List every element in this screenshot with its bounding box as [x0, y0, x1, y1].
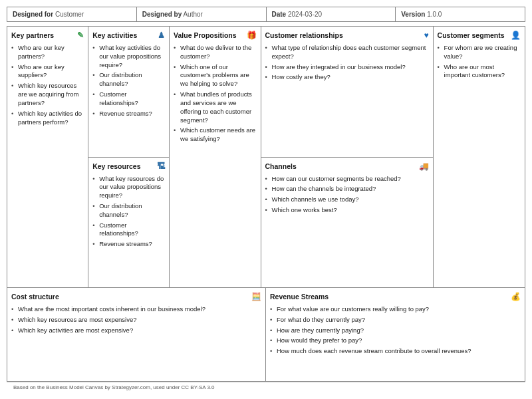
value-propositions-icon: 🎁 [247, 31, 257, 40]
channels-list: How can our customer segments be reached… [265, 175, 429, 215]
designed-by-cell: Designed by Author [137, 7, 267, 21]
list-item: Which one works best? [265, 206, 429, 215]
customer-relationships-title: Customer relationships ♥ [265, 31, 429, 40]
key-resources-section: Key resources 🏗 What key resources do ou… [88, 158, 169, 288]
customer-segments-list: For whom are we creating value? Who are … [438, 44, 521, 80]
list-item: How much does each revenue stream contri… [270, 347, 521, 356]
list-item: Which key activities are most expensive? [11, 327, 261, 335]
list-item: Our distribution channels? [92, 71, 165, 88]
value-propositions-section: Value Propositions 🎁 What do we deliver … [170, 27, 261, 287]
key-activities-section: Key activities ♟ What key activities do … [88, 27, 169, 158]
page: Designed for Customer Designed by Author… [0, 0, 532, 399]
list-item: Which key resources are we acquiring fro… [11, 82, 84, 107]
key-resources-icon: 🏗 [157, 162, 165, 171]
key-partners-title: Key partners ✎ [11, 31, 84, 40]
list-item: Revenue streams? [92, 110, 165, 118]
list-item: For what do they currently pay? [270, 316, 521, 325]
date-label: Date [272, 11, 287, 18]
key-resources-list: What key resources do our value proposit… [92, 175, 165, 249]
date-value: 2024-03-20 [288, 11, 322, 18]
value-propositions-list: What do we deliver to the customer? Whic… [174, 44, 256, 144]
list-item: For what value are our customers really … [270, 305, 521, 314]
channels-section: Channels 🚚 How can our customer segments… [261, 158, 433, 288]
list-item: What type of relationship does each cust… [265, 44, 429, 61]
main-grid: Key partners ✎ Who are our key partners?… [7, 27, 525, 288]
list-item: For whom are we creating value? [438, 44, 521, 61]
version-value: 1.0.0 [427, 11, 442, 18]
list-item: What key activities do our value proposi… [92, 44, 165, 69]
right-col: Customer relationships ♥ What type of re… [261, 27, 434, 287]
designed-by-label: Designed by [142, 11, 182, 18]
value-propositions-title: Value Propositions 🎁 [174, 31, 256, 40]
key-activities-title: Key activities ♟ [92, 31, 165, 40]
version-cell: Version 1.0.0 [396, 7, 525, 21]
revenue-streams-list: For what value are our customers really … [270, 305, 521, 356]
list-item: Which channels we use today? [265, 196, 429, 204]
list-item: Who are our key suppliers? [11, 63, 84, 80]
customer-relationships-list: What type of relationship does each cust… [265, 44, 429, 82]
channels-title: Channels 🚚 [265, 162, 429, 171]
list-item: Customer relationships? [92, 221, 165, 239]
list-item: Which one of our customer's problems are… [174, 63, 256, 88]
customer-segments-title: Customer segments 👤 [438, 31, 521, 40]
list-item: Which key resources are most expensive? [11, 316, 261, 325]
footer: Based on the Business Model Canvas by St… [7, 382, 525, 392]
list-item: How costly are they? [265, 73, 429, 82]
customer-relationships-section: Customer relationships ♥ What type of re… [261, 27, 433, 158]
list-item: What bundles of products and services ar… [174, 90, 256, 124]
revenue-streams-title: Revenue Streams 💰 [270, 292, 521, 301]
list-item: How are they currently paying? [270, 327, 521, 335]
designed-for-value: Customer [55, 11, 84, 18]
list-item: What do we deliver to the customer? [174, 44, 256, 61]
list-item: What are the most important costs inhere… [11, 305, 261, 314]
list-item: Who are our key partners? [11, 44, 84, 61]
list-item: Which customer needs are we satisfying? [174, 126, 256, 144]
cost-structure-section: Cost structure 🧮 What are the most impor… [7, 288, 266, 381]
customer-segments-section: Customer segments 👤 For whom are we crea… [434, 27, 525, 287]
list-item: Customer relationships? [92, 90, 165, 108]
channels-icon: 🚚 [419, 162, 429, 171]
key-partners-list: Who are our key partners? Who are our ke… [11, 44, 84, 126]
list-item: Who are our most important customers? [438, 63, 521, 80]
middle-col: Key activities ♟ What key activities do … [88, 27, 170, 287]
revenue-streams-section: Revenue Streams 💰 For what value are our… [266, 288, 525, 381]
list-item: Our distribution channels? [92, 202, 165, 219]
canvas: Key partners ✎ Who are our key partners?… [7, 26, 525, 382]
date-cell: Date 2024-03-20 [267, 7, 396, 21]
key-resources-title: Key resources 🏗 [92, 162, 165, 171]
designed-for-cell: Designed for Customer [7, 7, 137, 21]
list-item: Revenue streams? [92, 240, 165, 249]
designed-for-label: Designed for [13, 11, 53, 18]
designed-by-value: Author [183, 11, 202, 18]
footer-text: Based on the Business Model Canvas by St… [13, 384, 215, 390]
list-item: How can the channels be integrated? [265, 185, 429, 194]
revenue-streams-icon: 💰 [511, 292, 521, 301]
list-item: What key resources do our value proposit… [92, 175, 165, 200]
key-activities-icon: ♟ [158, 31, 165, 40]
cost-structure-list: What are the most important costs inhere… [11, 305, 261, 334]
customer-relationships-icon: ♥ [424, 31, 428, 40]
key-activities-list: What key activities do our value proposi… [92, 44, 165, 118]
list-item: Which key activities do partners perform… [11, 110, 84, 127]
key-partners-section: Key partners ✎ Who are our key partners?… [7, 27, 88, 287]
key-partners-icon: ✎ [77, 31, 84, 40]
list-item: How would they prefer to pay? [270, 336, 521, 345]
list-item: How are they integrated in our business … [265, 63, 429, 72]
list-item: How can our customer segments be reached… [265, 175, 429, 184]
customer-segments-icon: 👤 [511, 31, 521, 40]
cost-structure-icon: 🧮 [251, 292, 261, 301]
header-row: Designed for Customer Designed by Author… [7, 7, 525, 22]
version-label: Version [401, 11, 425, 18]
bottom-grid: Cost structure 🧮 What are the most impor… [7, 288, 525, 381]
cost-structure-title: Cost structure 🧮 [11, 292, 261, 301]
